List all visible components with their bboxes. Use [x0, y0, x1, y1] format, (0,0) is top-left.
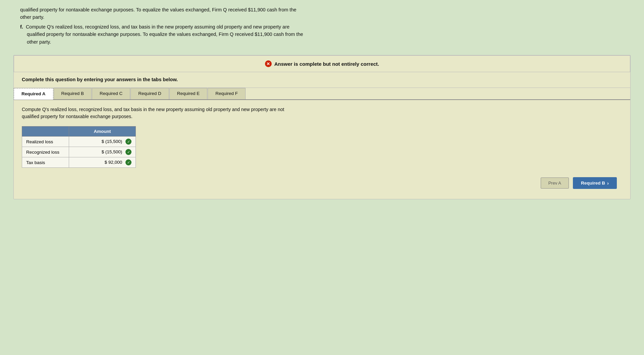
row-recognized-loss-amount: $ (15,500) ✓ [69, 147, 136, 157]
status-banner: ✕ Answer is complete but not entirely co… [14, 55, 630, 72]
status-error-icon: ✕ [265, 60, 272, 67]
table-amount-header: Amount [69, 126, 136, 137]
main-card: ✕ Answer is complete but not entirely co… [13, 55, 631, 199]
page-wrapper: qualified property for nontaxable exchan… [0, 0, 644, 355]
tab-description: Compute Q's realized loss, recognized lo… [22, 106, 622, 120]
tab-required-b[interactable]: Required B [54, 88, 92, 99]
realized-loss-check-icon: ✓ [125, 139, 131, 145]
table-empty-header [22, 126, 69, 137]
tax-basis-check-icon: ✓ [125, 159, 131, 165]
tab-required-d-label: Required D [138, 91, 161, 96]
item-f-line3: other party. [20, 39, 51, 45]
data-table: Amount Realized loss $ (15,500) ✓ Recogn… [22, 126, 136, 168]
tab-desc-line2: qualified property for nontaxable exchan… [22, 114, 132, 119]
tab-required-e-label: Required E [177, 91, 200, 96]
instruction-label: Complete this question by entering your … [22, 77, 178, 82]
tab-desc-line1: Compute Q's realized loss, recognized lo… [22, 107, 284, 112]
table-row: Tax basis $ 92,000 ✓ [22, 157, 136, 168]
row-recognized-loss-label: Recognized loss [22, 147, 69, 157]
tab-required-e[interactable]: Required E [169, 88, 208, 99]
item-f-line2: qualified property for nontaxable exchan… [20, 32, 303, 37]
item-f-line1: Compute Q's realized loss, recognized lo… [26, 24, 289, 30]
table-row: Realized loss $ (15,500) ✓ [22, 137, 136, 147]
item-f-text: f. Compute Q's realized loss, recognized… [20, 23, 624, 46]
recognized-loss-value: $ (15,500) [102, 149, 122, 154]
tab-required-b-label: Required B [61, 91, 84, 96]
tab-required-c-label: Required C [100, 91, 122, 96]
top-text-block: qualified property for nontaxable exchan… [0, 0, 644, 49]
next-arrow-icon: › [607, 180, 609, 186]
instruction-text: Complete this question by entering your … [14, 72, 630, 88]
tax-basis-value: $ 92,000 [105, 160, 122, 165]
item-f-label: f. [20, 24, 23, 30]
next-button[interactable]: Required B › [573, 177, 617, 189]
table-row: Recognized loss $ (15,500) ✓ [22, 147, 136, 157]
recognized-loss-check-icon: ✓ [125, 149, 131, 155]
status-text: Answer is complete but not entirely corr… [274, 61, 379, 67]
tab-required-c[interactable]: Required C [92, 88, 130, 99]
tabs-row: Required A Required B Required C Require… [14, 88, 630, 100]
tab-content-area: Compute Q's realized loss, recognized lo… [14, 100, 630, 171]
item-e-line2: other party. [20, 14, 44, 20]
bottom-nav: Prev A Required B › [14, 171, 630, 189]
tab-required-f[interactable]: Required F [208, 88, 246, 99]
row-tax-basis-label: Tax basis [22, 157, 69, 168]
item-e-line1: qualified property for nontaxable exchan… [20, 7, 297, 12]
row-realized-loss-label: Realized loss [22, 137, 69, 147]
tab-required-a[interactable]: Required A [14, 88, 53, 100]
item-e-text: qualified property for nontaxable exchan… [20, 6, 624, 21]
row-tax-basis-amount: $ 92,000 ✓ [69, 157, 136, 168]
tab-required-f-label: Required F [215, 91, 238, 96]
tab-required-d[interactable]: Required D [130, 88, 169, 99]
row-realized-loss-amount: $ (15,500) ✓ [69, 137, 136, 147]
prev-button[interactable]: Prev A [541, 178, 569, 189]
realized-loss-value: $ (15,500) [102, 139, 122, 144]
next-button-label: Required B [581, 181, 605, 186]
tab-required-a-label: Required A [21, 91, 46, 96]
